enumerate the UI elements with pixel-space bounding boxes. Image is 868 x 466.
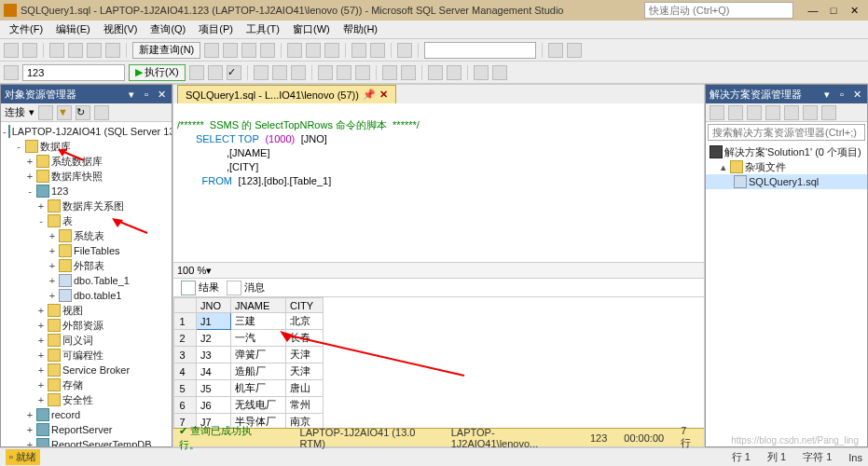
misc-folder[interactable]: ▴杂项文件	[706, 159, 867, 174]
table-row[interactable]: 1J1三建北京	[174, 313, 324, 330]
tb-ico-a[interactable]	[204, 43, 219, 58]
tab-pin-icon[interactable]: 📌	[363, 89, 376, 101]
search-icon[interactable]	[94, 105, 109, 120]
wrench-icon[interactable]	[821, 105, 836, 120]
properties-icon[interactable]	[397, 43, 412, 58]
tree-node[interactable]: +dbo.Table_1	[1, 273, 172, 288]
col-header[interactable]: CITY	[286, 298, 324, 313]
maximize-icon[interactable]: □	[825, 2, 842, 19]
table-row[interactable]: 5J5机车厂唐山	[174, 380, 324, 397]
tb-s5[interactable]	[492, 65, 507, 80]
tree-node[interactable]: +视图	[1, 303, 172, 318]
tree-node[interactable]: +record	[1, 407, 172, 422]
menu-project[interactable]: 项目(P)	[193, 21, 239, 38]
home-icon[interactable]	[710, 105, 724, 120]
tb-sql-ico[interactable]	[4, 65, 19, 80]
tree-node[interactable]: +Service Broker	[1, 363, 172, 377]
close-panel-icon[interactable]: ✕	[155, 88, 168, 101]
indent-icon[interactable]	[428, 65, 443, 80]
table-row[interactable]: 6J6无线电厂常州	[174, 397, 324, 414]
preview-icon[interactable]	[803, 105, 818, 120]
tree-node[interactable]: -123	[1, 184, 172, 199]
tree-node[interactable]: +FileTables	[1, 243, 172, 258]
col-header[interactable]: JNAME	[231, 298, 286, 313]
tree-node[interactable]: +数据库关系图	[1, 199, 172, 213]
tree-node[interactable]: +外部表	[1, 258, 172, 273]
parse-icon[interactable]: ✓	[227, 65, 241, 80]
table-row[interactable]: 2J2一汽长春	[174, 330, 324, 347]
menu-help[interactable]: 帮助(H)	[338, 21, 383, 38]
outdent-icon[interactable]	[447, 65, 462, 80]
tree-node[interactable]: +存储	[1, 377, 172, 392]
solexp-pin-icon[interactable]: ▫	[835, 88, 848, 101]
menu-tools[interactable]: 工具(T)	[241, 21, 285, 38]
tree-node[interactable]: +ReportServer	[1, 422, 172, 437]
sync-icon[interactable]	[728, 105, 743, 120]
filter-icon[interactable]: ▼	[57, 105, 72, 120]
debug-icon[interactable]	[189, 65, 204, 80]
new-query-button[interactable]: 新建查询(N)	[132, 42, 200, 59]
zoom-combo[interactable]: 100 % ▾	[173, 262, 704, 279]
save-icon[interactable]	[87, 43, 102, 58]
tb-ico-e[interactable]	[548, 43, 563, 58]
col-header[interactable]: JNO	[197, 298, 231, 313]
tree-node[interactable]: +系统数据库	[1, 154, 172, 169]
tree-node[interactable]: -数据库	[1, 139, 172, 154]
tb-ico-d[interactable]	[260, 43, 275, 58]
comment-icon[interactable]	[382, 65, 397, 80]
redo-icon[interactable]	[370, 43, 385, 58]
sql-editor[interactable]: /****** SSMS 的 SelectTopNRows 命令的脚本 ****…	[173, 103, 704, 262]
results-tab[interactable]: 结果	[181, 281, 219, 295]
results-text-icon[interactable]	[337, 65, 351, 80]
props-icon[interactable]	[784, 105, 799, 120]
dropdown-icon[interactable]: ▾	[125, 88, 138, 101]
menu-query[interactable]: 查询(Q)	[145, 21, 191, 38]
tb-ico-f[interactable]	[567, 43, 582, 58]
menu-view[interactable]: 视图(V)	[98, 21, 144, 38]
connect-button[interactable]: 连接	[5, 105, 25, 119]
table-row[interactable]: 3J3弹簧厂天津	[174, 347, 324, 363]
tree-node[interactable]: +外部资源	[1, 318, 172, 333]
paste-icon[interactable]	[324, 43, 339, 58]
tree-node[interactable]: -表	[1, 213, 172, 228]
tb-ico-b[interactable]	[223, 43, 238, 58]
tree-node[interactable]: +数据库快照	[1, 169, 172, 184]
tree-node[interactable]: +ReportServerTempDB	[1, 437, 172, 446]
tab-close-icon[interactable]: ✕	[379, 89, 388, 101]
results-grid[interactable]: JNOJNAMECITY1J1三建北京2J2一汽长春3J3弹簧厂天津4J4造船厂…	[173, 297, 704, 428]
messages-tab[interactable]: 消息	[227, 281, 265, 295]
menu-window[interactable]: 窗口(W)	[287, 21, 336, 38]
plan-icon[interactable]	[254, 65, 269, 80]
minimize-icon[interactable]: —	[805, 2, 821, 19]
tree-node[interactable]: +同义词	[1, 333, 172, 348]
undo-icon[interactable]	[351, 43, 366, 58]
solexp-search-input[interactable]	[708, 124, 865, 141]
results-file-icon[interactable]	[355, 65, 370, 80]
tb-s4[interactable]	[474, 65, 489, 80]
uncomment-icon[interactable]	[401, 65, 416, 80]
solexp-dropdown-icon[interactable]: ▾	[820, 88, 834, 101]
copy-icon[interactable]	[306, 43, 321, 58]
collapse-icon[interactable]	[765, 105, 780, 120]
menu-file[interactable]: 文件(F)	[4, 21, 48, 38]
nav-fwd-icon[interactable]	[22, 43, 37, 58]
quick-launch-input[interactable]	[644, 2, 793, 19]
find-combo[interactable]	[424, 42, 536, 59]
open-icon[interactable]	[68, 43, 83, 58]
database-combo[interactable]: 123	[22, 64, 125, 81]
pin-icon[interactable]: ▫	[140, 88, 153, 101]
tree-node[interactable]: +dbo.table1	[1, 288, 172, 303]
nav-back-icon[interactable]	[4, 43, 19, 58]
results-grid-icon[interactable]	[318, 65, 333, 80]
menu-edit[interactable]: 编辑(E)	[50, 21, 96, 38]
tb-s3[interactable]	[291, 65, 306, 80]
disconnect-icon[interactable]	[38, 105, 53, 120]
tree-server-root[interactable]: -LAPTOP-1J2AIO41 (SQL Server 13..	[1, 124, 172, 139]
editor-tab[interactable]: SQLQuery1.sql - L...IO41\lenovo (57)) 📌 …	[177, 85, 396, 103]
new-project-icon[interactable]	[49, 43, 64, 58]
tree-node[interactable]: +可编程性	[1, 348, 172, 363]
tb-s2[interactable]	[272, 65, 287, 80]
stop-icon[interactable]	[208, 65, 223, 80]
solexp-close-icon[interactable]: ✕	[850, 88, 863, 101]
cut-icon[interactable]	[287, 43, 302, 58]
